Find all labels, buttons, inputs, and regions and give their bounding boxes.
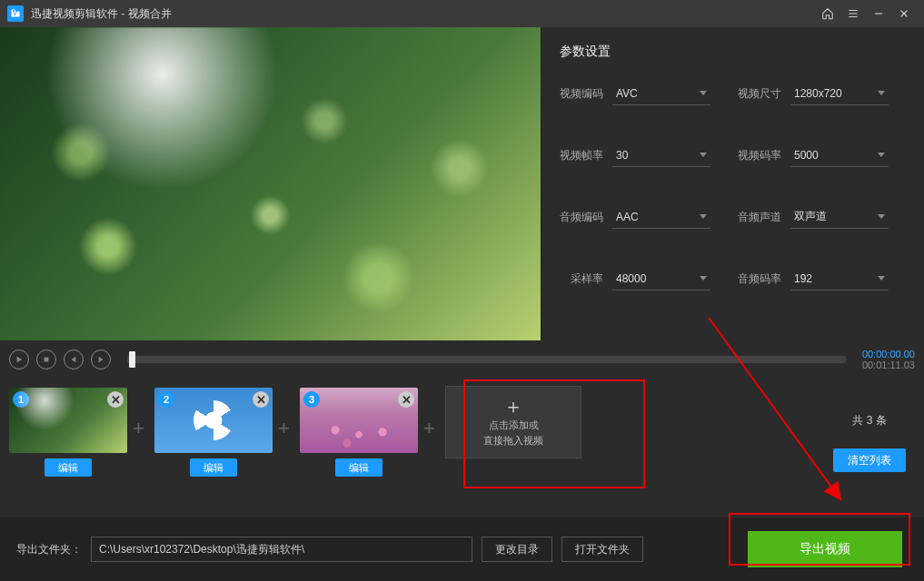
minimize-button[interactable] <box>866 1 891 26</box>
sample-rate-select[interactable]: 48000 <box>612 267 710 290</box>
chevron-down-icon <box>700 214 707 219</box>
add-clip-text-2: 直接拖入视频 <box>483 434 543 448</box>
prev-button[interactable] <box>64 350 84 369</box>
clips-row: 1 ✕ 编辑 + 2 ✕ 编辑 + 3 ✕ 编辑 + ＋ 点击添加或 直接拖入视… <box>0 379 924 497</box>
stop-button[interactable] <box>36 350 56 369</box>
audio-channels-select[interactable]: 双声道 <box>790 205 889 229</box>
clip-remove-button[interactable]: ✕ <box>107 391 124 408</box>
clip-edit-button[interactable]: 编辑 <box>45 458 92 477</box>
playhead[interactable] <box>129 351 135 368</box>
timeline-slider[interactable] <box>127 356 846 363</box>
home-button[interactable] <box>815 1 840 26</box>
clip-edit-button[interactable]: 编辑 <box>335 458 383 477</box>
plus-separator-icon: + <box>278 417 294 440</box>
video-codec-select[interactable]: AVC <box>612 82 710 105</box>
clear-list-button[interactable]: 清空列表 <box>833 448 906 472</box>
time-current: 00:00:00.00 <box>862 349 915 359</box>
video-codec-label: 视频编码 <box>560 86 603 102</box>
next-button[interactable] <box>91 350 111 369</box>
add-clip-text-1: 点击添加或 <box>489 419 539 432</box>
video-size-select[interactable]: 1280x720 <box>790 82 889 105</box>
clip-thumbnail[interactable]: 2 ✕ <box>154 388 273 453</box>
video-bitrate-label: 视频码率 <box>738 148 781 163</box>
plus-icon: ＋ <box>503 397 523 417</box>
sample-rate-label: 采样率 <box>571 271 603 287</box>
clip-remove-button[interactable]: ✕ <box>398 391 414 408</box>
svg-rect-2 <box>45 358 49 362</box>
clip-thumbnail[interactable]: 1 ✕ <box>9 388 127 453</box>
clip-remove-button[interactable]: ✕ <box>253 391 269 408</box>
menu-button[interactable] <box>840 1 866 26</box>
change-dir-button[interactable]: 更改目录 <box>482 537 552 562</box>
clip-item: 3 ✕ 编辑 <box>300 388 418 477</box>
time-total: 00:01:11.03 <box>862 359 915 370</box>
video-fps-select[interactable]: 30 <box>612 143 710 167</box>
clip-index-badge: 3 <box>303 391 320 408</box>
audio-bitrate-label: 音频码率 <box>738 271 781 287</box>
chevron-down-icon <box>878 276 885 281</box>
add-clip-dropzone[interactable]: ＋ 点击添加或 直接拖入视频 <box>445 386 581 458</box>
export-video-button[interactable]: 导出视频 <box>748 531 902 567</box>
clip-edit-button[interactable]: 编辑 <box>190 458 237 477</box>
audio-codec-select[interactable]: AAC <box>612 205 710 229</box>
open-dir-button[interactable]: 打开文件夹 <box>561 537 643 562</box>
play-button[interactable] <box>9 350 29 369</box>
clip-item: 1 ✕ 编辑 <box>9 388 127 477</box>
app-title: 迅捷视频剪辑软件 - 视频合并 <box>31 6 172 22</box>
app-icon <box>7 5 24 22</box>
video-size-label: 视频尺寸 <box>738 86 781 102</box>
footer: 导出文件夹： C:\Users\xr102372\Desktop\迅捷剪辑软件\… <box>0 517 924 581</box>
chevron-down-icon <box>878 153 885 157</box>
chevron-down-icon <box>878 214 885 219</box>
chevron-down-icon <box>700 153 707 157</box>
clip-thumbnail[interactable]: 3 ✕ <box>300 388 418 453</box>
clip-count: 共 3 条 <box>852 413 886 428</box>
clip-item: 2 ✕ 编辑 <box>154 388 273 477</box>
audio-channels-label: 音频声道 <box>738 210 781 225</box>
chevron-down-icon <box>878 91 885 95</box>
video-fps-label: 视频帧率 <box>560 148 603 163</box>
close-button[interactable] <box>891 1 917 26</box>
svg-point-1 <box>15 10 17 12</box>
clip-index-badge: 1 <box>13 391 29 408</box>
plus-separator-icon: + <box>423 417 440 440</box>
chevron-down-icon <box>700 91 707 95</box>
titlebar: 迅捷视频剪辑软件 - 视频合并 <box>0 0 924 27</box>
video-preview[interactable] <box>0 27 541 340</box>
svg-point-0 <box>13 10 15 12</box>
output-folder-path[interactable]: C:\Users\xr102372\Desktop\迅捷剪辑软件\ <box>91 537 472 562</box>
clip-index-badge: 2 <box>158 391 174 408</box>
player-controls: 00:00:00.00 00:01:11.03 <box>0 340 924 379</box>
settings-title: 参数设置 <box>560 44 906 60</box>
audio-codec-label: 音频编码 <box>560 210 603 225</box>
audio-bitrate-select[interactable]: 192 <box>790 267 889 290</box>
video-bitrate-select[interactable]: 5000 <box>790 143 889 167</box>
output-folder-label: 导出文件夹： <box>16 542 82 557</box>
chevron-down-icon <box>700 276 707 281</box>
settings-panel: 参数设置 视频编码 AVC 视频尺寸 1280x720 视频帧率 30 视频码率… <box>541 27 924 340</box>
plus-separator-icon: + <box>133 417 149 440</box>
